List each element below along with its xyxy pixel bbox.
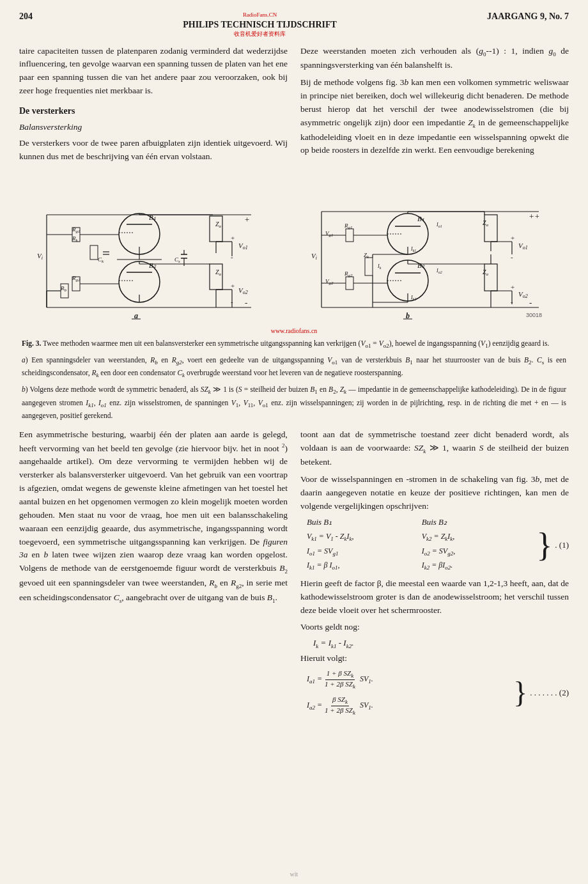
buis-b1-eqs: Vk1 = V1 - ZkIk, Io1 = SVg1 Ik1 = β Io1, xyxy=(307,530,422,573)
buis-b2-col: Buis B₂ Vk2 = ZkIk, Io2 = SVg2, Ik2 = βI… xyxy=(422,517,537,573)
svg-rect-76 xyxy=(484,215,497,242)
buis-b2-eqs: Vk2 = ZkIk, Io2 = SVg2, Ik2 = βIo2. xyxy=(422,530,537,573)
svg-text:-: - xyxy=(245,298,247,307)
hieruit-label: Hieruit volgt: xyxy=(300,652,569,665)
jaargang: JAARGANG 9, No. 7 xyxy=(487,12,569,22)
lower-right-p4: Voorts geldt nog: xyxy=(300,621,569,634)
svg-text:Za: Za xyxy=(215,221,222,229)
main-title: PHILIPS TECHNISCH TIJDSCHRIFT xyxy=(183,20,337,29)
svg-rect-103 xyxy=(365,258,373,275)
frac-den-2: 1 + 2β SZk xyxy=(323,706,357,717)
bottom-watermark: wit xyxy=(290,871,298,878)
fig-caption-b: b) Volgens deze methode wordt de symmetr… xyxy=(22,384,566,421)
svg-text:+: + xyxy=(231,234,235,242)
svg-text:Rg2: Rg2 xyxy=(344,270,353,278)
svg-text:Vo1: Vo1 xyxy=(518,242,528,251)
svg-text:Ik2: Ik2 xyxy=(410,295,416,301)
eq-io1-frac: 1 + β SZk 1 + 2β SZk xyxy=(323,669,357,690)
eq-io1-lhs: Ia1 = xyxy=(307,674,322,685)
svg-text:-: - xyxy=(511,253,513,261)
page-number: 204 xyxy=(19,12,33,22)
svg-text:Za: Za xyxy=(483,268,489,277)
big-brace-2: } xyxy=(513,678,527,708)
top-right-p1: Deze weerstanden moeten zich verhouden a… xyxy=(300,45,569,73)
lower-col-left: Een asymmetrische besturing, waarbij één… xyxy=(19,428,288,719)
fig-label: Fig. 3. xyxy=(22,339,41,347)
svg-text:Io2: Io2 xyxy=(436,268,442,274)
eq-number-2: . . . . . . . (2) xyxy=(530,688,569,698)
watermark: www.radiofans.cn xyxy=(19,327,569,334)
svg-text:Vg2: Vg2 xyxy=(325,278,334,286)
frac-num-2: β SZk xyxy=(331,695,349,706)
svg-rect-34 xyxy=(210,264,222,290)
svg-text:Za: Za xyxy=(215,268,222,277)
page-header: 204 RadioFans.CN PHILIPS TECHNISCH TIJDS… xyxy=(19,12,569,38)
svg-text:+: + xyxy=(245,215,249,224)
svg-rect-28 xyxy=(210,216,222,242)
svg-text:+: + xyxy=(511,283,514,291)
svg-text:Ik1: Ik1 xyxy=(410,246,416,252)
svg-text:Rg1: Rg1 xyxy=(344,222,353,230)
svg-text:Rb: Rb xyxy=(60,285,67,293)
subheading-balans: Balansversterking xyxy=(19,121,288,134)
eq2-left: Ia1 = 1 + β SZk 1 + 2β SZk SV1. Ia2 = β … xyxy=(307,669,509,717)
svg-text:Vo2: Vo2 xyxy=(238,286,248,295)
fig-caption-main: Fig. 3. Twee methoden waarmee men uit ee… xyxy=(22,338,566,351)
fig-caption-a: a) Een spanningsdeler van weerstanden, R… xyxy=(22,355,566,380)
svg-text:B₂: B₂ xyxy=(149,261,157,269)
top-left-p2: De versterkers voor de twee paren afbuig… xyxy=(19,137,288,164)
svg-text:Ik: Ik xyxy=(377,263,382,270)
svg-text:Vi: Vi xyxy=(37,252,43,261)
frac-den-1: 1 + 2β SZk xyxy=(323,680,357,690)
buis-b1-label: Buis B₁ xyxy=(307,517,422,527)
lower-col-right: toont aan dat de symmetrische toestand z… xyxy=(300,428,569,719)
eq-io2-frac: β SZk 1 + 2β SZk xyxy=(323,695,357,717)
svg-rect-78 xyxy=(484,264,497,291)
page-title: RadioFans.CN PHILIPS TECHNISCH TIJDSCHRI… xyxy=(183,12,337,38)
svg-text:-: - xyxy=(231,253,233,261)
svg-text:-: - xyxy=(511,298,513,306)
frac-num-1: 1 + β SZk xyxy=(325,669,355,680)
circuit-diagram-a: + - B₁ xyxy=(31,176,280,323)
figure-container: + - B₁ xyxy=(19,176,569,323)
lower-two-col: Een asymmetrische besturing, waarbij één… xyxy=(19,428,569,719)
circuit-diagram-b: + - B₁ B₂ Za Za xyxy=(309,176,558,323)
buis-b2-label: Buis B₂ xyxy=(422,517,537,527)
title-radiofans-bottom: 收音机爱好者资料库 xyxy=(183,31,337,38)
eq-vk1: Vk1 = V1 - ZkIk, xyxy=(307,530,422,545)
eq-io2: Io2 = SVg2, xyxy=(422,545,537,559)
big-brace-1: } xyxy=(536,529,552,562)
heading-versterkers: De versterkers xyxy=(19,104,288,118)
svg-text:Vi: Vi xyxy=(311,252,317,261)
svg-text:B₂: B₂ xyxy=(417,261,425,269)
svg-rect-44 xyxy=(90,245,98,260)
svg-text:Zk: Zk xyxy=(364,252,369,260)
figure-a: + - B₁ xyxy=(19,176,291,323)
eq-io1-line: Ia1 = 1 + β SZk 1 + 2β SZk SV1. xyxy=(307,669,509,690)
equations-block-2: Ia1 = 1 + β SZk 1 + 2β SZk SV1. Ia2 = β … xyxy=(307,669,569,717)
svg-text:Cs: Cs xyxy=(174,256,180,264)
eq-brace-1: } . (1) xyxy=(536,517,569,562)
svg-text:+: + xyxy=(529,212,534,221)
eq2-brace: } . . . . . . . (2) xyxy=(513,678,569,708)
svg-text:Io1: Io1 xyxy=(436,222,442,228)
eq-io2-lhs: Ia2 = xyxy=(307,701,322,711)
svg-text:Za: Za xyxy=(483,219,489,228)
lower-right-p1: toont aan dat de symmetrische toestand z… xyxy=(300,428,569,469)
eq-io1-rhs: SV1. xyxy=(360,674,373,685)
top-right-p2: Bij de methode volgens fig. 3b kan men e… xyxy=(300,76,569,157)
equations-block-1: Buis B₁ Vk1 = V1 - ZkIk, Io1 = SVg1 Ik1 … xyxy=(307,517,569,573)
figure-caption: Fig. 3. Twee methoden waarmee men uit ee… xyxy=(19,338,569,422)
title-radiofans-top: RadioFans.CN xyxy=(183,12,337,19)
lower-right-p3: Hierin geeft de factor β, die meestal ee… xyxy=(300,577,569,617)
svg-rect-99 xyxy=(346,229,353,242)
lower-right-p2: Voor de wisselspanningen en -stromen in … xyxy=(300,473,569,513)
svg-text:+: + xyxy=(231,282,235,290)
svg-text:-: - xyxy=(231,298,233,306)
top-col-left: taire capaciteiten tussen de platenparen… xyxy=(19,45,288,167)
svg-text:+: + xyxy=(535,212,539,221)
eq-io2-rhs: SV1. xyxy=(360,701,373,711)
eq-io1: Io1 = SVg1 xyxy=(307,545,422,559)
lower-left-p1: Een asymmetrische besturing, waarbij één… xyxy=(19,428,288,606)
top-left-p1: taire capaciteiten tussen de platenparen… xyxy=(19,45,288,98)
